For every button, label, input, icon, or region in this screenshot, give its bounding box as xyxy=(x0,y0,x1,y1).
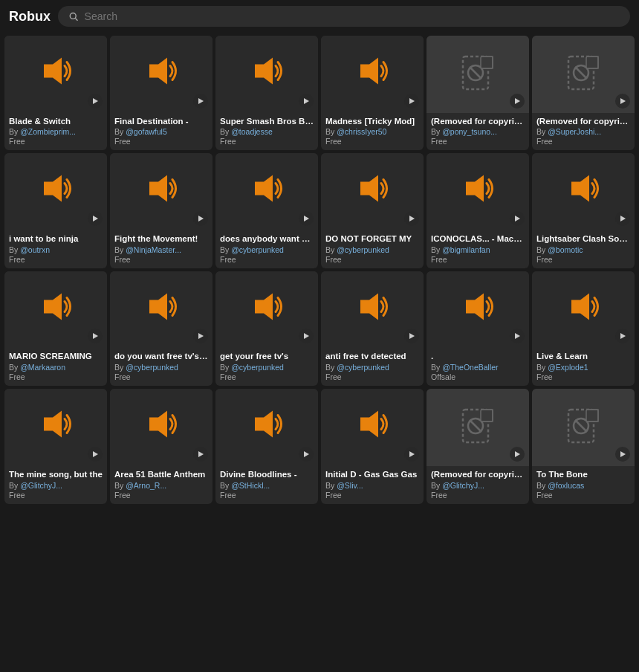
svg-marker-31 xyxy=(620,216,626,222)
play-button[interactable] xyxy=(299,94,314,109)
play-button[interactable] xyxy=(404,329,419,343)
svg-marker-49 xyxy=(304,451,309,457)
list-item[interactable]: DO NOT FORGET MYBy @cyberpunkedFree xyxy=(321,153,424,268)
card-info: Final Destination -By @gofawful5Free xyxy=(110,113,213,151)
card-info: i want to be ninjaBy @outrxnFree xyxy=(4,230,107,268)
card-author: By @StHickl... xyxy=(220,481,314,490)
list-item[interactable]: Initial D - Gas Gas GasBy @Sliv...Free xyxy=(321,389,424,503)
svg-marker-7 xyxy=(304,98,309,104)
svg-marker-40 xyxy=(466,293,484,320)
list-item[interactable]: (Removed for copyright)By @GlitchyJ...Fr… xyxy=(426,389,529,503)
play-button[interactable] xyxy=(510,211,525,226)
list-item[interactable]: get your free tv'sBy @cyberpunkedFree xyxy=(215,271,318,386)
list-item[interactable]: ICONOCLAS... - MachinesBy @bigmilanfanFr… xyxy=(426,153,529,268)
card-author: By @GlitchyJ... xyxy=(431,481,525,490)
play-button[interactable] xyxy=(510,447,525,462)
card-title: Live & Learn xyxy=(536,351,630,362)
list-item[interactable]: Lightsaber Clash SoundBy @bomoticFree xyxy=(532,153,635,268)
svg-line-1 xyxy=(75,19,77,21)
card-thumbnail xyxy=(321,271,424,349)
svg-marker-9 xyxy=(409,98,415,104)
card-price: Free xyxy=(114,137,208,146)
play-button[interactable] xyxy=(404,94,419,109)
card-thumbnail xyxy=(215,36,318,113)
list-item[interactable]: MARIO SCREAMINGBy @MarkaaronFree xyxy=(4,271,107,386)
list-item[interactable]: (Removed for copyright)By @SuperJoshi...… xyxy=(532,36,635,150)
card-author: By @cyberpunked xyxy=(325,363,419,372)
list-item[interactable]: The mine song, but theBy @GlitchyJ...Fre… xyxy=(4,389,107,503)
card-thumbnail xyxy=(532,271,635,349)
card-author: By @GlitchyJ... xyxy=(9,481,103,490)
play-button[interactable] xyxy=(615,329,630,343)
card-price: Free xyxy=(9,372,103,381)
list-item[interactable]: Live & LearnBy @Explode1Free xyxy=(532,271,635,386)
play-button[interactable] xyxy=(615,94,630,109)
svg-marker-2 xyxy=(44,57,62,84)
play-button[interactable] xyxy=(404,211,419,226)
list-item[interactable]: does anybody want a free tvBy @cyberpunk… xyxy=(215,153,318,268)
card-info: Live & LearnBy @Explode1Free xyxy=(532,348,635,386)
sound-icon xyxy=(142,54,181,94)
card-author: By @gofawful5 xyxy=(114,127,208,136)
card-info: does anybody want a free tvBy @cyberpunk… xyxy=(215,230,318,268)
removed-icon xyxy=(565,55,601,94)
card-author: By @TheOneBaller xyxy=(431,363,525,372)
search-input[interactable] xyxy=(85,10,620,22)
card-thumbnail xyxy=(426,153,529,230)
sound-icon xyxy=(36,290,75,329)
list-item[interactable]: Blade & SwitchBy @Zombieprim...Free xyxy=(4,36,107,150)
list-item[interactable]: Madness [Tricky Mod]By @chrissIyer50Free xyxy=(321,36,424,150)
play-button[interactable] xyxy=(615,447,630,462)
play-button[interactable] xyxy=(193,329,208,343)
play-button[interactable] xyxy=(510,94,525,109)
list-item[interactable]: do you want free tv's orBy @cyberpunkedF… xyxy=(110,271,213,386)
list-item[interactable]: (Removed for copyright)By @pony_tsuno...… xyxy=(426,36,529,150)
list-item[interactable]: Final Destination -By @gofawful5Free xyxy=(110,36,213,150)
svg-marker-51 xyxy=(409,451,415,457)
sound-icon xyxy=(458,172,497,212)
card-author: By @Zombieprim... xyxy=(9,127,103,136)
play-button[interactable] xyxy=(193,447,208,462)
list-item[interactable]: Super Smash Bros Brawl -By @toadjesseFre… xyxy=(215,36,318,150)
svg-line-17 xyxy=(575,67,587,79)
play-button[interactable] xyxy=(88,94,103,109)
svg-marker-42 xyxy=(571,293,589,320)
play-button[interactable] xyxy=(299,211,314,226)
card-info: The mine song, but theBy @GlitchyJ...Fre… xyxy=(4,466,107,504)
play-button[interactable] xyxy=(299,329,314,343)
list-item[interactable]: i want to be ninjaBy @outrxnFree xyxy=(4,153,107,268)
card-price: Free xyxy=(431,255,525,264)
play-button[interactable] xyxy=(193,211,208,226)
svg-line-54 xyxy=(470,420,481,432)
play-button[interactable] xyxy=(193,94,208,109)
card-thumbnail xyxy=(4,153,107,230)
play-button[interactable] xyxy=(88,211,103,226)
svg-marker-21 xyxy=(93,216,98,222)
play-button[interactable] xyxy=(404,447,419,462)
card-author: By @NinjaMaster... xyxy=(114,245,208,254)
list-item[interactable]: .By @TheOneBallerOffsale xyxy=(426,271,529,386)
svg-marker-61 xyxy=(620,451,626,457)
list-item[interactable]: anti free tv detectedBy @cyberpunkedFree xyxy=(321,271,424,386)
card-thumbnail xyxy=(110,36,213,113)
sound-icon xyxy=(353,54,392,94)
card-title: ICONOCLAS... - Machines xyxy=(431,233,525,245)
list-item[interactable]: Divine Bloodlines -By @StHickl...Free xyxy=(215,389,318,503)
card-price: Free xyxy=(325,255,419,264)
play-button[interactable] xyxy=(88,329,103,343)
header-title: Robux xyxy=(9,9,51,25)
list-item[interactable]: Area 51 Battle AnthemBy @Arno_R...Free xyxy=(110,389,213,503)
search-bar[interactable] xyxy=(58,6,630,27)
play-button[interactable] xyxy=(299,447,314,462)
list-item[interactable]: Fight the Movement!By @NinjaMaster...Fre… xyxy=(110,153,213,268)
card-author: By @bigmilanfan xyxy=(431,245,525,254)
sound-icon xyxy=(36,172,75,212)
svg-marker-43 xyxy=(620,333,626,339)
card-price: Free xyxy=(9,255,103,264)
play-button[interactable] xyxy=(88,447,103,462)
play-button[interactable] xyxy=(615,211,630,226)
play-button[interactable] xyxy=(510,329,525,343)
card-info: Madness [Tricky Mod]By @chrissIyer50Free xyxy=(321,113,424,151)
list-item[interactable]: To The BoneBy @foxlucasFree xyxy=(532,389,635,503)
svg-marker-47 xyxy=(198,451,204,457)
